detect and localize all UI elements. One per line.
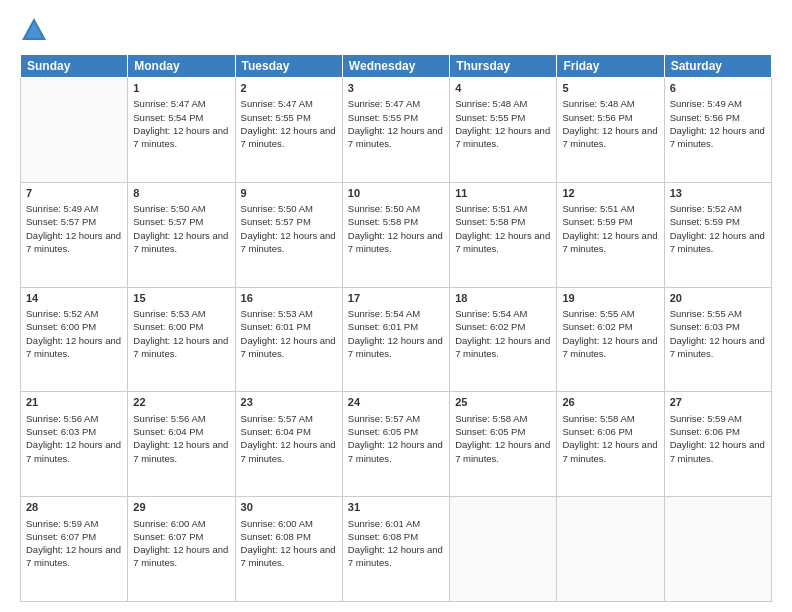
sunset: Sunset: 6:02 PM — [455, 321, 525, 332]
calendar-cell — [21, 78, 128, 183]
daylight: Daylight: 12 hours and 7 minutes. — [26, 230, 121, 254]
calendar-cell: 5Sunrise: 5:48 AMSunset: 5:56 PMDaylight… — [557, 78, 664, 183]
day-number: 6 — [670, 81, 766, 96]
sunset: Sunset: 6:00 PM — [26, 321, 96, 332]
sunset: Sunset: 5:57 PM — [241, 216, 311, 227]
weekday-header: Tuesday — [235, 55, 342, 78]
sunset: Sunset: 5:56 PM — [562, 112, 632, 123]
sunrise: Sunrise: 6:00 AM — [241, 518, 313, 529]
day-number: 12 — [562, 186, 658, 201]
calendar-cell: 24Sunrise: 5:57 AMSunset: 6:05 PMDayligh… — [342, 392, 449, 497]
daylight: Daylight: 12 hours and 7 minutes. — [562, 125, 657, 149]
sunrise: Sunrise: 5:51 AM — [455, 203, 527, 214]
calendar-cell: 3Sunrise: 5:47 AMSunset: 5:55 PMDaylight… — [342, 78, 449, 183]
calendar-cell: 29Sunrise: 6:00 AMSunset: 6:07 PMDayligh… — [128, 497, 235, 602]
calendar-cell: 22Sunrise: 5:56 AMSunset: 6:04 PMDayligh… — [128, 392, 235, 497]
calendar-cell: 19Sunrise: 5:55 AMSunset: 6:02 PMDayligh… — [557, 287, 664, 392]
day-number: 4 — [455, 81, 551, 96]
sunrise: Sunrise: 5:56 AM — [26, 413, 98, 424]
sunrise: Sunrise: 5:53 AM — [241, 308, 313, 319]
daylight: Daylight: 12 hours and 7 minutes. — [26, 544, 121, 568]
daylight: Daylight: 12 hours and 7 minutes. — [562, 230, 657, 254]
calendar-cell: 17Sunrise: 5:54 AMSunset: 6:01 PMDayligh… — [342, 287, 449, 392]
day-number: 20 — [670, 291, 766, 306]
calendar-cell: 20Sunrise: 5:55 AMSunset: 6:03 PMDayligh… — [664, 287, 771, 392]
sunset: Sunset: 6:06 PM — [670, 426, 740, 437]
calendar-cell: 15Sunrise: 5:53 AMSunset: 6:00 PMDayligh… — [128, 287, 235, 392]
calendar-cell: 9Sunrise: 5:50 AMSunset: 5:57 PMDaylight… — [235, 182, 342, 287]
weekday-header: Sunday — [21, 55, 128, 78]
calendar-cell: 1Sunrise: 5:47 AMSunset: 5:54 PMDaylight… — [128, 78, 235, 183]
sunrise: Sunrise: 5:47 AM — [241, 98, 313, 109]
sunset: Sunset: 6:02 PM — [562, 321, 632, 332]
daylight: Daylight: 12 hours and 7 minutes. — [562, 335, 657, 359]
sunset: Sunset: 5:58 PM — [455, 216, 525, 227]
calendar-week-row: 14Sunrise: 5:52 AMSunset: 6:00 PMDayligh… — [21, 287, 772, 392]
sunset: Sunset: 5:55 PM — [348, 112, 418, 123]
day-number: 15 — [133, 291, 229, 306]
sunset: Sunset: 6:03 PM — [670, 321, 740, 332]
header — [20, 16, 772, 44]
day-number: 7 — [26, 186, 122, 201]
sunrise: Sunrise: 5:52 AM — [26, 308, 98, 319]
day-number: 3 — [348, 81, 444, 96]
day-number: 8 — [133, 186, 229, 201]
sunset: Sunset: 6:05 PM — [455, 426, 525, 437]
daylight: Daylight: 12 hours and 7 minutes. — [241, 439, 336, 463]
day-number: 16 — [241, 291, 337, 306]
sunrise: Sunrise: 5:47 AM — [133, 98, 205, 109]
logo-icon — [20, 16, 48, 44]
day-number: 22 — [133, 395, 229, 410]
day-number: 29 — [133, 500, 229, 515]
calendar-week-row: 21Sunrise: 5:56 AMSunset: 6:03 PMDayligh… — [21, 392, 772, 497]
day-number: 17 — [348, 291, 444, 306]
calendar-cell: 13Sunrise: 5:52 AMSunset: 5:59 PMDayligh… — [664, 182, 771, 287]
daylight: Daylight: 12 hours and 7 minutes. — [241, 230, 336, 254]
calendar-header-row: SundayMondayTuesdayWednesdayThursdayFrid… — [21, 55, 772, 78]
sunrise: Sunrise: 5:54 AM — [348, 308, 420, 319]
sunrise: Sunrise: 5:49 AM — [670, 98, 742, 109]
sunrise: Sunrise: 5:57 AM — [348, 413, 420, 424]
sunrise: Sunrise: 5:52 AM — [670, 203, 742, 214]
sunset: Sunset: 5:56 PM — [670, 112, 740, 123]
day-number: 2 — [241, 81, 337, 96]
page: SundayMondayTuesdayWednesdayThursdayFrid… — [0, 0, 792, 612]
sunset: Sunset: 6:01 PM — [348, 321, 418, 332]
daylight: Daylight: 12 hours and 7 minutes. — [348, 230, 443, 254]
sunrise: Sunrise: 5:50 AM — [241, 203, 313, 214]
daylight: Daylight: 12 hours and 7 minutes. — [348, 439, 443, 463]
sunrise: Sunrise: 5:56 AM — [133, 413, 205, 424]
sunrise: Sunrise: 6:01 AM — [348, 518, 420, 529]
sunset: Sunset: 6:06 PM — [562, 426, 632, 437]
sunset: Sunset: 6:03 PM — [26, 426, 96, 437]
calendar-week-row: 28Sunrise: 5:59 AMSunset: 6:07 PMDayligh… — [21, 497, 772, 602]
calendar-cell: 30Sunrise: 6:00 AMSunset: 6:08 PMDayligh… — [235, 497, 342, 602]
sunset: Sunset: 5:55 PM — [455, 112, 525, 123]
sunset: Sunset: 6:07 PM — [26, 531, 96, 542]
sunrise: Sunrise: 5:54 AM — [455, 308, 527, 319]
day-number: 9 — [241, 186, 337, 201]
sunset: Sunset: 6:00 PM — [133, 321, 203, 332]
sunset: Sunset: 6:07 PM — [133, 531, 203, 542]
sunrise: Sunrise: 5:53 AM — [133, 308, 205, 319]
calendar-cell: 27Sunrise: 5:59 AMSunset: 6:06 PMDayligh… — [664, 392, 771, 497]
calendar-cell: 18Sunrise: 5:54 AMSunset: 6:02 PMDayligh… — [450, 287, 557, 392]
day-number: 28 — [26, 500, 122, 515]
sunset: Sunset: 5:57 PM — [133, 216, 203, 227]
calendar-cell: 25Sunrise: 5:58 AMSunset: 6:05 PMDayligh… — [450, 392, 557, 497]
calendar-cell — [557, 497, 664, 602]
weekday-header: Friday — [557, 55, 664, 78]
day-number: 1 — [133, 81, 229, 96]
daylight: Daylight: 12 hours and 7 minutes. — [133, 335, 228, 359]
daylight: Daylight: 12 hours and 7 minutes. — [455, 439, 550, 463]
day-number: 23 — [241, 395, 337, 410]
day-number: 19 — [562, 291, 658, 306]
calendar-cell: 10Sunrise: 5:50 AMSunset: 5:58 PMDayligh… — [342, 182, 449, 287]
day-number: 21 — [26, 395, 122, 410]
daylight: Daylight: 12 hours and 7 minutes. — [562, 439, 657, 463]
sunset: Sunset: 6:08 PM — [241, 531, 311, 542]
calendar-cell: 23Sunrise: 5:57 AMSunset: 6:04 PMDayligh… — [235, 392, 342, 497]
weekday-header: Thursday — [450, 55, 557, 78]
calendar-cell: 26Sunrise: 5:58 AMSunset: 6:06 PMDayligh… — [557, 392, 664, 497]
daylight: Daylight: 12 hours and 7 minutes. — [133, 439, 228, 463]
